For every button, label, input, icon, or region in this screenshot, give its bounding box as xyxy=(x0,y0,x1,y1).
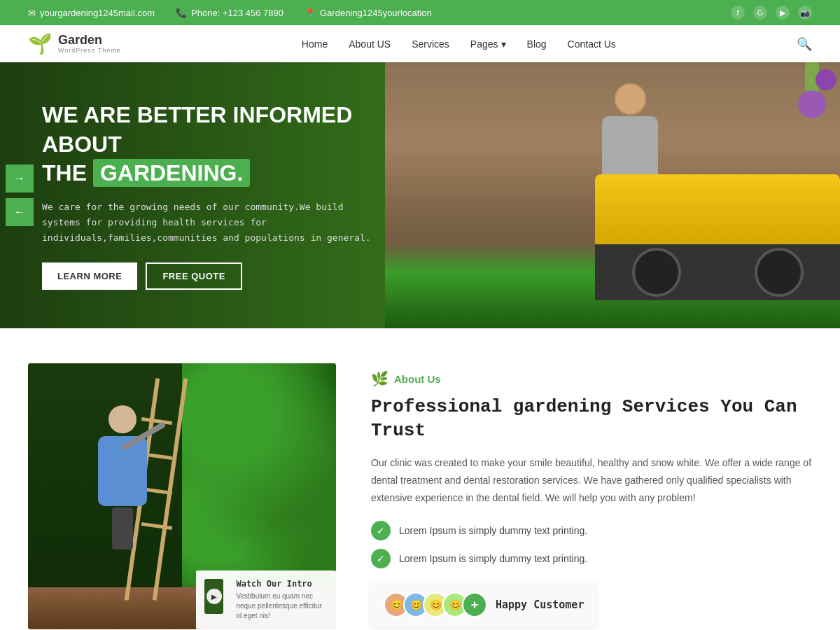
hero-title: WE ARE BETTER INFORMED ABOUT THE GARDENI… xyxy=(42,101,378,188)
logo-name: Garden xyxy=(58,34,121,48)
hero-buttons: LEARN MORE FREE QUOTE xyxy=(42,262,378,290)
about-description: Our clinic was created to make your smil… xyxy=(371,454,812,507)
avatars: 😊 😊 😊 😊 + xyxy=(384,592,487,617)
email-text: yourgardening1245mail.com xyxy=(40,8,155,18)
about-content: 🌿 About Us Professional gardening Servic… xyxy=(371,363,812,630)
nav-links: Home About US Services Pages ▾ Blog Cont… xyxy=(302,38,616,50)
hero-title-line2: THE GARDENING. xyxy=(42,159,378,188)
logo-icon: 🌱 xyxy=(28,32,52,55)
phone-icon: 📞 xyxy=(176,8,187,18)
check-item-1: ✓ Lorem Ipsum is simply dummy text print… xyxy=(371,521,812,540)
hero-mower xyxy=(595,174,840,300)
nav-blog[interactable]: Blog xyxy=(527,38,547,50)
about-label: 🌿 About Us xyxy=(371,370,812,387)
wheel-right xyxy=(755,248,804,297)
navbar: 🌱 Garden WordPress Theme Home About US S… xyxy=(0,25,840,62)
phone-item: 📞 Phone: +123 456 7890 xyxy=(176,8,284,18)
hero-section: WE ARE BETTER INFORMED ABOUT THE GARDENI… xyxy=(0,62,840,328)
mower-body xyxy=(595,174,840,244)
hero-content: WE ARE BETTER INFORMED ABOUT THE GARDENI… xyxy=(0,101,420,290)
person-on-ladder xyxy=(98,405,147,550)
video-title: Watch Our Intro xyxy=(236,579,328,589)
video-inner: ▶ Watch Our Intro Vestibulum eu quam nec… xyxy=(204,579,328,621)
location-item: 📍 Gardening1245yourlocation xyxy=(304,8,432,18)
social-links: f G ▶ 📷 xyxy=(731,6,812,20)
google-icon[interactable]: G xyxy=(753,6,767,20)
play-button[interactable]: ▶ xyxy=(206,589,222,604)
about-label-text: About Us xyxy=(394,373,441,385)
person-head xyxy=(615,83,646,115)
hero-arrows: → ← xyxy=(0,159,39,232)
location-icon: 📍 xyxy=(304,8,316,18)
next-arrow-button[interactable]: → xyxy=(6,164,34,192)
mower-base xyxy=(595,244,840,300)
person2-head xyxy=(108,405,136,433)
facebook-icon[interactable]: f xyxy=(731,6,745,20)
location-text: Gardening1245yourlocation xyxy=(320,8,432,18)
nav-home[interactable]: Home xyxy=(302,38,328,50)
free-quote-button[interactable]: FREE QUOTE xyxy=(146,262,242,290)
phone-text: Phone: +123 456 7890 xyxy=(191,8,284,18)
check-icon-2: ✓ xyxy=(371,549,391,568)
logo-text-block: Garden WordPress Theme xyxy=(58,34,121,55)
nav-contact[interactable]: Contact Us xyxy=(568,38,616,50)
happy-customer-box: 😊 😊 😊 😊 + Happy Customer xyxy=(371,582,596,627)
top-bar: ✉ yourgardening1245mail.com 📞 Phone: +12… xyxy=(0,0,840,25)
nav-services[interactable]: Services xyxy=(412,38,449,50)
email-item: ✉ yourgardening1245mail.com xyxy=(28,8,155,18)
search-icon[interactable]: 🔍 xyxy=(797,36,812,52)
video-text: Watch Our Intro Vestibulum eu quam nec n… xyxy=(236,579,328,621)
leaf-icon: 🌿 xyxy=(371,370,388,387)
youtube-icon[interactable]: ▶ xyxy=(776,6,790,20)
main-section: ▶ Watch Our Intro Vestibulum eu quam nec… xyxy=(0,328,840,630)
video-thumbnail[interactable]: ▶ xyxy=(204,579,223,614)
email-icon: ✉ xyxy=(28,8,36,18)
wheel-left xyxy=(632,248,681,297)
nav-about[interactable]: About US xyxy=(349,38,391,50)
check-text-1: Lorem Ipsum is simply dummy text printin… xyxy=(399,525,587,536)
check-item-2: ✓ Lorem Ipsum is simply dummy text print… xyxy=(371,549,812,568)
hero-highlight: GARDENING. xyxy=(93,159,250,187)
check-icon-1: ✓ xyxy=(371,521,391,540)
video-overlay: ▶ Watch Our Intro Vestibulum eu quam nec… xyxy=(196,570,336,629)
avatar-plus: + xyxy=(462,592,487,617)
learn-more-button[interactable]: LEARN MORE xyxy=(42,262,137,290)
instagram-icon[interactable]: 📷 xyxy=(798,6,812,20)
nav-pages[interactable]: Pages ▾ xyxy=(470,38,506,50)
hero-description: We care for the growing needs of our com… xyxy=(42,200,378,246)
about-title: Professional gardening Services You Can … xyxy=(371,396,812,443)
video-description: Vestibulum eu quam nec neque pellentesqu… xyxy=(236,592,328,621)
prev-arrow-button[interactable]: ← xyxy=(6,198,34,226)
hero-image xyxy=(385,62,840,328)
top-bar-left: ✉ yourgardening1245mail.com 📞 Phone: +12… xyxy=(28,8,432,18)
about-image-block: ▶ Watch Our Intro Vestibulum eu quam nec… xyxy=(28,363,336,629)
person2-legs xyxy=(112,507,133,550)
check-text-2: Lorem Ipsum is simply dummy text printin… xyxy=(399,553,587,564)
hero-flowers xyxy=(784,62,840,146)
happy-customer-text: Happy Customer xyxy=(496,598,584,611)
chevron-down-icon: ▾ xyxy=(501,38,506,50)
logo[interactable]: 🌱 Garden WordPress Theme xyxy=(28,32,121,55)
logo-subtitle: WordPress Theme xyxy=(58,47,121,54)
